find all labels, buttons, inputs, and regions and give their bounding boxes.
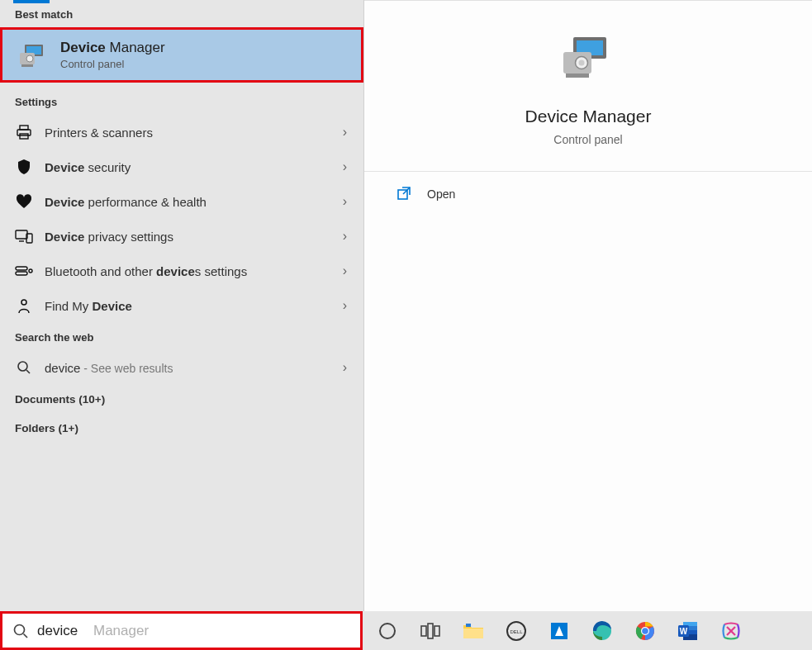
svg-rect-31 [463,629,483,638]
device-manager-icon [19,40,49,70]
svg-rect-7 [20,134,28,139]
settings-item-label: Device security [45,160,343,174]
open-icon [397,187,412,202]
search-input[interactable] [37,623,357,639]
shield-icon [15,158,33,176]
best-match-header: Best match [0,0,363,27]
settings-item-label: Bluetooth and other devices settings [45,264,343,278]
settings-item-4[interactable]: Bluetooth and other devices settings› [0,254,363,288]
settings-item-5[interactable]: Find My Device› [0,288,363,323]
svg-rect-22 [566,74,589,78]
svg-text:W: W [680,627,688,636]
web-header: Search the web [0,323,363,350]
detail-subtitle: Control panel [364,133,812,146]
svg-rect-8 [16,230,27,239]
search-icon [12,623,29,639]
chrome-icon[interactable] [624,611,667,650]
settings-item-label: Device privacy settings [45,230,343,244]
svg-point-39 [642,628,648,634]
settings-item-label: Printers & scanners [45,126,343,140]
chevron-right-icon: › [343,263,347,278]
settings-item-0[interactable]: Printers & scanners› [0,115,363,149]
dell-icon[interactable]: DELL [495,611,538,650]
svg-line-24 [403,187,410,194]
svg-rect-30 [434,626,439,636]
svg-rect-29 [428,624,433,638]
svg-line-26 [24,633,28,638]
best-match-title: Device Manager [60,40,165,56]
svg-point-21 [579,60,585,66]
documents-header[interactable]: Documents (10+) [0,385,363,414]
settings-item-label: Find My Device [45,299,343,313]
privacy-icon [15,227,33,245]
taskbar: Manager DELL [0,611,812,650]
svg-point-14 [21,300,26,305]
chevron-right-icon: › [343,360,347,375]
detail-panel: Device Manager Control panel Open [364,0,812,611]
taskbar-searchbox[interactable]: Manager [0,611,363,650]
svg-point-27 [380,624,395,638]
bluetooth-icon [15,262,33,280]
svg-rect-28 [421,626,426,636]
settings-header: Settings [0,88,363,115]
settings-item-label: Device performance & health [45,195,343,209]
svg-line-16 [26,370,30,373]
action-open-label: Open [427,187,455,201]
chevron-right-icon: › [343,159,347,174]
chevron-right-icon: › [343,194,347,209]
heart-icon [15,192,33,211]
word-icon[interactable]: W [667,611,710,650]
cortana-icon[interactable] [366,611,409,650]
settings-item-1[interactable]: Device security› [0,149,363,184]
detail-title: Device Manager [364,107,812,126]
chevron-right-icon: › [343,298,347,313]
snip-icon[interactable] [710,611,753,650]
device-manager-large-icon [562,34,615,87]
svg-rect-5 [20,126,28,130]
svg-rect-11 [16,267,27,270]
web-search-label: device - See web results [45,361,343,375]
azure-icon[interactable] [538,611,581,650]
svg-point-13 [29,269,32,273]
settings-item-2[interactable]: Device performance & health› [0,184,363,219]
action-open[interactable]: Open [364,172,812,216]
active-tab-accent [13,0,50,3]
search-icon [15,358,33,377]
svg-rect-12 [16,272,27,275]
svg-point-15 [18,362,27,371]
settings-item-3[interactable]: Device privacy settings› [0,219,363,254]
svg-rect-4 [21,64,33,67]
fileexplorer-icon[interactable] [452,611,495,650]
chevron-right-icon: › [343,229,347,244]
best-match-item-device-manager[interactable]: Device Manager Control panel [0,27,363,83]
svg-point-25 [15,624,25,634]
edge-icon[interactable] [581,611,624,650]
svg-text:DELL: DELL [510,629,523,634]
printer-icon [15,123,33,141]
findmy-icon [15,297,33,315]
folders-header[interactable]: Folders (1+) [0,414,363,443]
best-match-subtitle: Control panel [60,58,165,70]
svg-point-3 [26,55,33,62]
taskview-icon[interactable] [409,611,452,650]
web-search-item[interactable]: device - See web results › [0,350,363,385]
chevron-right-icon: › [343,125,347,140]
svg-rect-32 [466,624,471,627]
